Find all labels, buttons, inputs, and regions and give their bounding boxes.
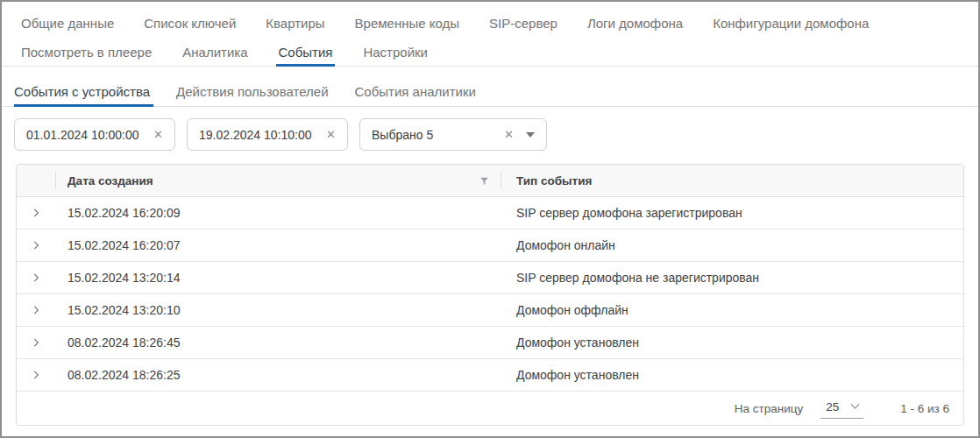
date-to-value: 19.02.2024 10:10:00 xyxy=(199,128,311,142)
type-column-header: Тип события xyxy=(501,165,963,196)
chevron-down-icon[interactable] xyxy=(526,132,535,138)
column-divider xyxy=(501,172,501,189)
events-subtabs: События с устройства Действия пользовате… xyxy=(2,76,978,107)
secondary-tabs: Посмотреть в плеере Аналитика События На… xyxy=(2,39,978,67)
tab-key-list[interactable]: Список ключей xyxy=(144,7,236,39)
row-event-type: SIP сервер домофона не зарегистрирован xyxy=(501,271,963,285)
table-row: 08.02.2024 18:26:25 Домофон установлен xyxy=(17,359,963,392)
row-date: 15.02.2024 16:20:09 xyxy=(55,206,501,220)
row-event-type: Домофон онлайн xyxy=(501,238,963,252)
row-event-type: SIP сервер домофона зарегистрирован xyxy=(501,206,963,220)
per-page-label: На страницу xyxy=(735,402,803,415)
tab-sip-server[interactable]: SIP-сервер xyxy=(489,7,557,39)
filter-funnel-icon[interactable] xyxy=(479,175,490,187)
table-header-row: Дата создания Тип события xyxy=(17,165,963,197)
row-event-type: Домофон оффлайн xyxy=(501,303,963,317)
type-column-label: Тип события xyxy=(516,174,592,187)
per-page-value: 25 xyxy=(826,400,839,413)
chevron-right-icon xyxy=(30,336,42,349)
date-column-label: Дата создания xyxy=(67,174,153,187)
table-footer: На страницу 25 1 - 6 из 6 xyxy=(17,392,963,425)
chevron-right-icon xyxy=(30,207,42,219)
per-page-select[interactable]: 25 xyxy=(820,399,863,419)
row-date: 15.02.2024 13:20:14 xyxy=(55,271,501,285)
subtab-analytics-events[interactable]: События аналитики xyxy=(355,76,476,106)
row-date: 08.02.2024 18:26:25 xyxy=(55,368,501,382)
expand-row-button[interactable] xyxy=(17,207,55,219)
intercom-admin-page: Общие данные Список ключей Квартиры Врем… xyxy=(0,0,980,438)
expand-row-button[interactable] xyxy=(17,272,55,284)
date-column-header: Дата создания xyxy=(55,165,501,196)
clear-icon[interactable]: ✕ xyxy=(504,128,514,141)
column-divider xyxy=(55,172,56,189)
expand-row-button[interactable] xyxy=(17,239,55,251)
chevron-right-icon xyxy=(30,239,42,251)
event-type-select[interactable]: Выбрано 5 ✕ xyxy=(359,118,547,151)
subtab-user-actions[interactable]: Действия пользователей xyxy=(176,76,328,106)
chevron-down-icon xyxy=(851,399,860,408)
filters-bar: 01.01.2024 10:00:00 ✕ 19.02.2024 10:10:0… xyxy=(14,118,978,151)
expand-column-header xyxy=(17,165,55,196)
clear-icon[interactable]: ✕ xyxy=(153,128,163,141)
tab-intercom-logs[interactable]: Логи домофона xyxy=(587,7,683,39)
tab-general-data[interactable]: Общие данные xyxy=(21,7,114,39)
date-to-input[interactable]: 19.02.2024 10:10:00 ✕ xyxy=(187,118,348,151)
table-row: 08.02.2024 18:26:45 Домофон установлен xyxy=(17,327,963,359)
primary-tabs: Общие данные Список ключей Квартиры Врем… xyxy=(2,2,978,39)
chevron-right-icon xyxy=(30,369,42,381)
row-date: 08.02.2024 18:26:45 xyxy=(55,336,501,350)
date-from-input[interactable]: 01.01.2024 10:00:00 ✕ xyxy=(14,118,175,151)
tab-temporary-codes[interactable]: Временные коды xyxy=(355,7,459,39)
tab-settings[interactable]: Настройки xyxy=(363,39,428,66)
tab-view-in-player[interactable]: Посмотреть в плеере xyxy=(21,39,152,66)
table-row: 15.02.2024 13:20:14 SIP сервер домофона … xyxy=(17,262,963,294)
event-type-selected-value: Выбрано 5 xyxy=(372,128,433,142)
tab-apartments[interactable]: Квартиры xyxy=(266,7,324,39)
chevron-right-icon xyxy=(30,304,42,316)
subtab-device-events[interactable]: События с устройства xyxy=(14,76,150,106)
table-row: 15.02.2024 16:20:07 Домофон онлайн xyxy=(17,230,963,262)
row-event-type: Домофон установлен xyxy=(501,368,963,382)
tab-intercom-configs[interactable]: Конфигурации домофона xyxy=(713,7,869,39)
pagination-range: 1 - 6 из 6 xyxy=(900,402,949,415)
expand-row-button[interactable] xyxy=(17,336,55,349)
expand-row-button[interactable] xyxy=(17,304,55,316)
expand-row-button[interactable] xyxy=(17,369,55,381)
tab-events[interactable]: События xyxy=(279,39,333,66)
tab-analytics[interactable]: Аналитика xyxy=(182,39,247,66)
chevron-right-icon xyxy=(30,272,42,284)
table-row: 15.02.2024 13:20:10 Домофон оффлайн xyxy=(17,294,963,327)
table-row: 15.02.2024 16:20:09 SIP сервер домофона … xyxy=(17,197,963,230)
events-table: Дата создания Тип события 15.02.2024 16:… xyxy=(16,164,964,426)
date-from-value: 01.01.2024 10:00:00 xyxy=(26,128,138,142)
row-date: 15.02.2024 16:20:07 xyxy=(55,238,501,252)
row-event-type: Домофон установлен xyxy=(501,336,963,350)
clear-icon[interactable]: ✕ xyxy=(326,128,336,141)
row-date: 15.02.2024 13:20:10 xyxy=(55,303,501,317)
